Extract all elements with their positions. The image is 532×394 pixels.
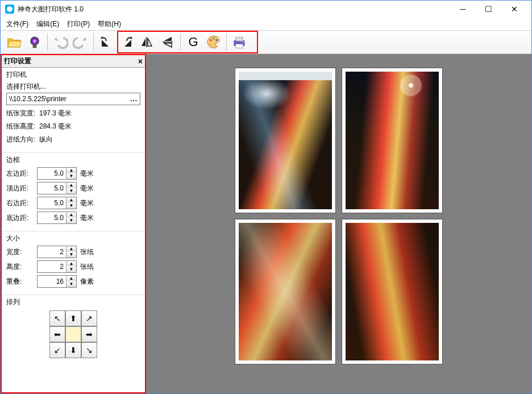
panel-title: 打印设置 — [4, 56, 31, 66]
margin-top-label: 顶边距: — [6, 184, 34, 193]
flip-horizontal-icon[interactable] — [137, 32, 157, 52]
margin-right-input[interactable]: ▲▼ — [37, 197, 77, 209]
svg-point-7 — [210, 43, 212, 45]
paper-width-value: 197.3 毫米 — [39, 109, 72, 117]
paper-height-value: 284.3 毫米 — [39, 122, 72, 130]
margin-section-label: 边框 — [6, 155, 140, 165]
margin-right-label: 右边距: — [6, 198, 34, 208]
menu-edit[interactable]: 编辑(E) — [36, 19, 59, 29]
preview-tile — [235, 68, 336, 213]
size-overlap-label: 重叠: — [6, 277, 34, 287]
preview-area — [146, 54, 531, 393]
ellipsis-icon: ... — [130, 95, 138, 103]
size-height-input[interactable]: ▲▼ — [37, 260, 77, 273]
rotate-right-icon[interactable] — [117, 32, 137, 52]
paper-width-label: 纸张宽度: — [6, 109, 35, 117]
open-file-icon[interactable] — [4, 32, 24, 52]
svg-rect-3 — [33, 45, 37, 48]
size-section-label: 大小 — [6, 234, 140, 243]
preview-tile — [342, 68, 443, 213]
svg-point-5 — [213, 38, 215, 40]
svg-point-2 — [33, 40, 36, 43]
panel-header: 打印设置 × — [2, 55, 145, 68]
align-top-right[interactable]: ↗ — [81, 310, 97, 326]
margin-left-input[interactable]: ▲▼ — [37, 167, 77, 180]
align-bottom-left[interactable]: ↙ — [49, 342, 65, 358]
align-bottom-right[interactable]: ↘ — [81, 342, 97, 358]
feed-value: 纵向 — [39, 135, 53, 143]
feed-label: 进纸方向: — [6, 135, 35, 143]
maximize-button[interactable]: ☐ — [476, 1, 501, 17]
size-width-label: 宽度: — [6, 247, 34, 257]
menubar: 文件(F) 编辑(E) 打印(P) 帮助(H) 方向、色彩调整 — [1, 18, 531, 30]
align-section-label: 排列 — [6, 297, 140, 307]
printer-dropdown[interactable]: \\10.2.5.225\printer ... — [6, 93, 140, 105]
margin-bottom-label: 底边距: — [6, 213, 34, 223]
align-top-left[interactable]: ↖ — [49, 310, 65, 326]
preview-tile — [342, 219, 443, 364]
margin-top-input[interactable]: ▲▼ — [37, 182, 77, 194]
print-settings-panel: 打印设置 × 打印机 选择打印机... \\10.2.5.225\printer… — [1, 54, 146, 393]
align-top[interactable]: ⬆ — [65, 310, 81, 326]
margin-bottom-input[interactable]: ▲▼ — [37, 211, 77, 224]
align-right[interactable]: ➡ — [81, 326, 97, 342]
menu-help[interactable]: 帮助(H) — [98, 19, 121, 29]
align-left[interactable]: ⬅ — [49, 326, 65, 342]
size-width-input[interactable]: ▲▼ — [37, 246, 77, 258]
paper-height-label: 纸张高度: — [6, 122, 35, 130]
flip-vertical-icon[interactable] — [157, 32, 178, 52]
margin-left-label: 左边距: — [6, 169, 34, 179]
window-title: 神奇大图打印软件 1.0 — [18, 5, 84, 14]
align-center[interactable] — [65, 326, 81, 342]
svg-point-6 — [216, 39, 218, 42]
close-button[interactable]: ✕ — [501, 1, 527, 17]
size-height-label: 高度: — [6, 262, 34, 272]
preview-tiles — [235, 68, 443, 364]
color-adjust-icon[interactable] — [203, 32, 224, 52]
preview-tile — [235, 219, 336, 364]
size-overlap-input[interactable]: ▲▼ — [37, 275, 77, 288]
printer-section-label: 打印机 — [6, 70, 140, 80]
svg-rect-10 — [236, 44, 243, 48]
grayscale-icon[interactable]: G — [183, 32, 203, 52]
printer-select-label: 选择打印机... — [6, 82, 140, 92]
panel-close-icon[interactable]: × — [138, 57, 143, 66]
titlebar: 神奇大图打印软件 1.0 ─ ☐ ✕ — [1, 1, 531, 18]
printer-value: \\10.2.5.225\printer — [9, 95, 66, 103]
menu-print[interactable]: 打印(P) — [67, 19, 90, 29]
printer-icon[interactable] — [229, 32, 250, 52]
align-bottom[interactable]: ⬇ — [65, 342, 81, 358]
rotate-left-icon[interactable] — [96, 32, 117, 52]
toolbar: G — [1, 30, 531, 54]
menu-file[interactable]: 文件(F) — [6, 19, 28, 29]
minimize-button[interactable]: ─ — [450, 1, 476, 17]
svg-rect-9 — [236, 37, 243, 41]
alignment-grid: ↖ ⬆ ↗ ⬅ ➡ ↙ ⬇ ↘ — [49, 310, 97, 358]
svg-point-11 — [243, 41, 244, 42]
camera-icon[interactable] — [24, 32, 45, 52]
redo-icon[interactable] — [70, 32, 91, 52]
undo-icon[interactable] — [50, 32, 70, 52]
app-icon — [5, 5, 14, 14]
svg-point-4 — [210, 39, 212, 42]
